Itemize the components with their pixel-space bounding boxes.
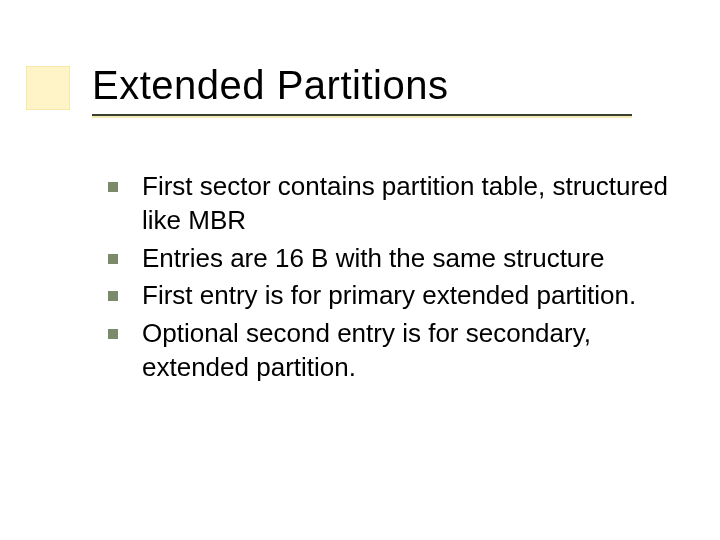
title-block: Extended Partitions <box>92 62 684 116</box>
list-item: Entries are 16 B with the same structure <box>108 242 684 276</box>
bullet-list: First sector contains partition table, s… <box>108 170 684 389</box>
bullet-text: First entry is for primary extended part… <box>142 279 684 313</box>
title-underline-icon <box>92 114 684 116</box>
bullet-text: First sector contains partition table, s… <box>142 170 684 238</box>
list-item: First entry is for primary extended part… <box>108 279 684 313</box>
list-item: Optional second entry is for secondary, … <box>108 317 684 385</box>
bullet-text: Entries are 16 B with the same structure <box>142 242 684 276</box>
bullet-icon <box>108 182 118 192</box>
bullet-icon <box>108 329 118 339</box>
slide: Extended Partitions First sector contain… <box>0 0 720 540</box>
accent-square-icon <box>26 66 70 110</box>
bullet-icon <box>108 291 118 301</box>
bullet-text: Optional second entry is for secondary, … <box>142 317 684 385</box>
slide-title: Extended Partitions <box>92 62 684 108</box>
bullet-icon <box>108 254 118 264</box>
list-item: First sector contains partition table, s… <box>108 170 684 238</box>
